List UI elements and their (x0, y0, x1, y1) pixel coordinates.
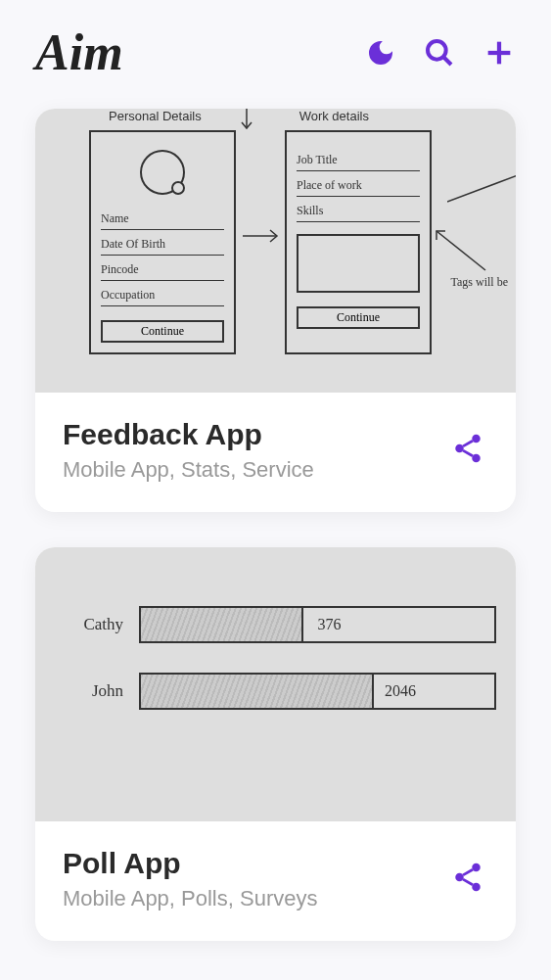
moon-icon (365, 37, 396, 69)
card-preview-image: Cathy 376 John 2046 (35, 547, 516, 821)
svg-point-10 (472, 454, 481, 463)
project-card[interactable]: Cathy 376 John 2046 Poll App (35, 547, 516, 941)
svg-line-12 (463, 450, 473, 456)
card-body: Poll App Mobile App, Polls, Surveys (35, 821, 516, 941)
card-preview-image: Personal Details Work details Name Date … (35, 109, 516, 393)
sketch-field: Name (101, 209, 224, 230)
sketch-field: Date Of Birth (101, 234, 224, 256)
card-text: Poll App Mobile App, Polls, Surveys (63, 847, 447, 911)
poll-row: Cathy 376 (65, 606, 496, 643)
app-header: Aim (0, 0, 551, 101)
sketch-field: Place of work (297, 175, 420, 197)
share-button[interactable] (447, 857, 488, 902)
sketch-button: Continue (101, 320, 224, 343)
share-icon (451, 432, 484, 465)
card-text: Feedback App Mobile App, Stats, Service (63, 418, 447, 483)
arrow-right-icon (243, 226, 282, 246)
arrow-line-icon (447, 172, 516, 211)
header-actions (365, 36, 516, 70)
svg-point-14 (455, 873, 464, 882)
poll-bar-fill (141, 608, 303, 641)
poll-name: John (65, 681, 123, 701)
svg-point-15 (472, 883, 481, 892)
sketch-panel-header: Personal Details (109, 109, 202, 123)
sketch-wireframe-panel: Job Title Place of work Skills Continue (285, 130, 432, 354)
poll-sketch: Cathy 376 John 2046 (35, 606, 516, 739)
svg-line-1 (443, 57, 451, 65)
poll-row: John 2046 (65, 673, 496, 710)
card-tags: Mobile App, Polls, Surveys (63, 886, 447, 911)
poll-bar: 2046 (139, 673, 496, 710)
sketch-field: Job Title (297, 150, 420, 171)
svg-line-6 (447, 172, 516, 202)
svg-point-8 (472, 435, 481, 443)
sketch-annotation: Tags will be (451, 275, 508, 290)
theme-toggle-button[interactable] (365, 37, 396, 69)
sketch-textarea (297, 234, 420, 293)
share-icon (451, 861, 484, 894)
add-button[interactable] (482, 36, 516, 70)
svg-point-13 (472, 863, 481, 872)
card-body: Feedback App Mobile App, Stats, Service (35, 393, 516, 512)
svg-line-11 (463, 441, 473, 446)
sketch-field: Pincode (101, 259, 224, 281)
search-button[interactable] (424, 37, 455, 69)
card-tags: Mobile App, Stats, Service (63, 457, 447, 483)
svg-line-17 (463, 879, 473, 885)
poll-name: Cathy (65, 615, 123, 634)
content-area: Personal Details Work details Name Date … (0, 101, 551, 980)
poll-bar-fill (141, 675, 374, 708)
sketch-panel-header: Work details (299, 109, 369, 123)
project-card[interactable]: Personal Details Work details Name Date … (35, 109, 516, 512)
sketch-field: Skills (297, 201, 420, 222)
poll-bar: 376 (139, 606, 496, 643)
plus-icon (482, 36, 516, 70)
sketch-avatar-circle (140, 150, 185, 195)
card-title: Feedback App (63, 418, 447, 451)
poll-value: 2046 (385, 682, 416, 700)
share-button[interactable] (447, 428, 488, 473)
poll-value: 376 (318, 616, 342, 633)
app-logo: Aim (35, 23, 123, 81)
arrow-pointer-icon (432, 226, 490, 275)
card-title: Poll App (63, 847, 447, 880)
svg-line-16 (463, 869, 473, 875)
sketch-button: Continue (297, 306, 420, 329)
sketch-wireframe-panel: Name Date Of Birth Pincode Occupation Co… (89, 130, 236, 354)
svg-point-9 (455, 444, 464, 453)
svg-line-7 (436, 231, 485, 270)
sketch-field: Occupation (101, 285, 224, 306)
arrow-down-icon (238, 109, 255, 132)
search-icon (424, 37, 455, 69)
svg-point-0 (428, 41, 446, 60)
